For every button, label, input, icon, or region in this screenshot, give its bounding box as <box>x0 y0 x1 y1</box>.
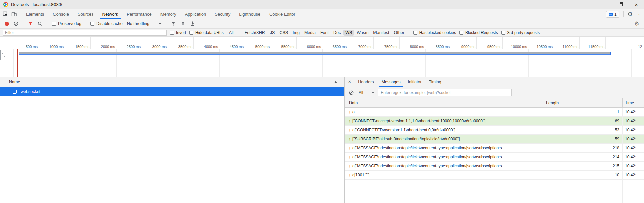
message-type-dropdown[interactable]: All <box>359 90 374 95</box>
inspect-element-icon[interactable] <box>3 11 8 17</box>
filter-type-chip[interactable]: Manifest <box>371 30 391 36</box>
devtools-tab[interactable]: Application <box>181 9 211 19</box>
disable-cache-checkbox[interactable] <box>90 22 94 26</box>
filter-input[interactable] <box>3 30 167 36</box>
timeline-tick-label: 11500 ms <box>580 37 606 49</box>
websocket-duration-bar[interactable] <box>19 52 611 55</box>
clear-messages-icon[interactable] <box>349 90 354 95</box>
length-column-header[interactable]: Length <box>544 98 622 107</box>
ws-message-row[interactable]: a["CONNECTED\nversion:1.1\nheart-beat:0,… <box>345 126 644 135</box>
messages-filterbar: All <box>345 87 644 98</box>
ws-message-length: 69 <box>544 117 622 125</box>
timeline-tick-label: 8000 ms <box>400 37 425 49</box>
settings-gear-icon[interactable]: ⚙ <box>628 11 633 17</box>
filter-type-all[interactable]: All <box>227 30 236 36</box>
ws-message-length: 218 <box>544 144 622 152</box>
ws-message-row[interactable]: c[1001,""] 10 10:42:... <box>345 171 644 180</box>
chevron-down-icon <box>372 92 374 93</box>
record-network-log-button[interactable] <box>5 22 9 26</box>
network-conditions-icon[interactable] <box>171 21 176 26</box>
clear-network-log-icon[interactable] <box>13 21 19 26</box>
filter-type-chip[interactable]: JS <box>268 30 277 36</box>
restore-button[interactable] <box>613 0 629 9</box>
blocked-requests-control[interactable]: Blocked Requests <box>459 30 498 35</box>
separator <box>86 21 86 27</box>
devtools-tab[interactable]: Cookie Editor <box>265 9 300 19</box>
devtools-tab[interactable]: Network <box>98 9 123 19</box>
timeline-tick-label: 11000 ms <box>554 37 580 49</box>
close-detail-icon[interactable]: × <box>345 79 354 85</box>
detail-tab[interactable]: Timing <box>425 77 445 87</box>
request-row[interactable]: websocket <box>0 87 344 96</box>
export-har-icon[interactable] <box>190 21 195 26</box>
blocked-requests-checkbox[interactable] <box>459 31 463 35</box>
detail-tab[interactable]: Headers <box>354 77 378 87</box>
ws-message-time: 10:42:... <box>622 126 644 134</box>
timeline-tick-label: 4000 ms <box>194 37 219 49</box>
disable-cache-control[interactable]: Disable cache <box>90 21 123 26</box>
ws-message-row[interactable]: a["MESSAGE\ndestination:/topic/ticks\nco… <box>345 153 644 162</box>
filter-funnel-icon[interactable] <box>28 21 33 26</box>
import-har-icon[interactable] <box>180 21 186 26</box>
third-party-requests-control[interactable]: 3rd-party requests <box>501 30 540 35</box>
close-button[interactable]: × <box>629 0 644 9</box>
devtools-tab[interactable]: Elements <box>22 9 48 19</box>
filter-type-chip[interactable]: Media <box>302 30 318 36</box>
devtools-tab[interactable]: Security <box>210 9 235 19</box>
invert-checkbox[interactable] <box>170 31 174 35</box>
devtools-tab[interactable]: Performance <box>122 9 156 19</box>
timeline-tick-label: 8500 ms <box>425 37 451 49</box>
filter-type-chip[interactable]: Img <box>291 30 302 36</box>
overview-dot <box>4 56 5 57</box>
filter-type-chip[interactable]: Doc <box>331 30 343 36</box>
minimize-button[interactable] <box>598 0 613 9</box>
preserve-log-checkbox[interactable] <box>52 22 56 26</box>
request-row-checkbox[interactable] <box>13 90 17 94</box>
data-column-header[interactable]: Data <box>345 98 544 107</box>
ws-message-data: a["MESSAGE\ndestination:/topic/ticks\nco… <box>352 153 544 161</box>
hide-data-urls-control[interactable]: Hide data URLs <box>189 30 224 35</box>
issues-icon <box>609 13 613 16</box>
network-overview[interactable] <box>0 49 644 77</box>
detail-tab[interactable]: Messages <box>378 77 404 87</box>
ws-message-row[interactable]: a["MESSAGE\ndestination:/topic/ticks\nco… <box>345 144 644 153</box>
ws-message-row[interactable]: ["CONNECT\naccept-version:1.1,1.0\nheart… <box>345 117 644 126</box>
has-blocked-cookies-checkbox[interactable] <box>413 31 417 35</box>
filter-type-chip[interactable]: CSS <box>277 30 290 36</box>
separator <box>23 21 23 27</box>
detail-tab[interactable]: Initiator <box>404 77 425 87</box>
devtools-tab[interactable]: Memory <box>156 9 181 19</box>
separator <box>166 21 166 27</box>
ws-message-row[interactable]: ["SUBSCRIBE\nid:sub-0\ndestination:/topi… <box>345 135 644 144</box>
invert-control[interactable]: Invert <box>170 30 186 35</box>
message-regex-input[interactable] <box>378 89 512 96</box>
hide-data-urls-checkbox[interactable] <box>189 31 193 35</box>
third-party-requests-checkbox[interactable] <box>501 31 505 35</box>
timeline-tick-label: 10000 ms <box>503 37 528 49</box>
timeline-tick-label: 1000 ms <box>39 37 65 49</box>
issues-button[interactable]: 1 <box>606 11 619 18</box>
devtools-tab[interactable]: Lighthouse <box>235 9 265 19</box>
device-toolbar-icon[interactable] <box>11 11 17 17</box>
search-icon[interactable] <box>37 21 43 26</box>
ws-message-row[interactable]: o 1 10:42:... <box>345 108 644 117</box>
throttling-dropdown[interactable]: No throttling <box>127 21 162 26</box>
filter-type-chip[interactable]: Fetch/XHR <box>243 30 267 36</box>
filter-type-chip[interactable]: WS <box>343 30 354 36</box>
has-blocked-cookies-control[interactable]: Has blocked cookies <box>413 30 456 35</box>
filter-type-chip[interactable]: Other <box>392 30 406 36</box>
filter-type-chip[interactable]: Font <box>318 30 331 36</box>
network-settings-button[interactable]: ⚙ <box>634 19 639 29</box>
devtools-tab[interactable]: Console <box>48 9 73 19</box>
request-name: websocket <box>21 89 40 94</box>
filter-type-chip[interactable]: Wasm <box>355 30 370 36</box>
ws-message-row[interactable]: a["MESSAGE\ndestination:/topic/ticks\nco… <box>345 162 644 171</box>
overflow-menu-icon[interactable]: ⋮ <box>637 12 641 17</box>
devtools-tab-label: Cookie Editor <box>269 12 295 17</box>
devtools-tab[interactable]: Sources <box>73 9 98 19</box>
timeline-ruler[interactable]: 500 ms 1000 ms 1500 ms 2000 ms 2500 ms 3… <box>0 37 644 49</box>
time-column-header[interactable]: Time <box>622 98 644 107</box>
name-column-header[interactable]: Name <box>0 77 344 87</box>
preserve-log-control[interactable]: Preserve log <box>52 21 81 26</box>
close-icon: × <box>635 2 638 8</box>
